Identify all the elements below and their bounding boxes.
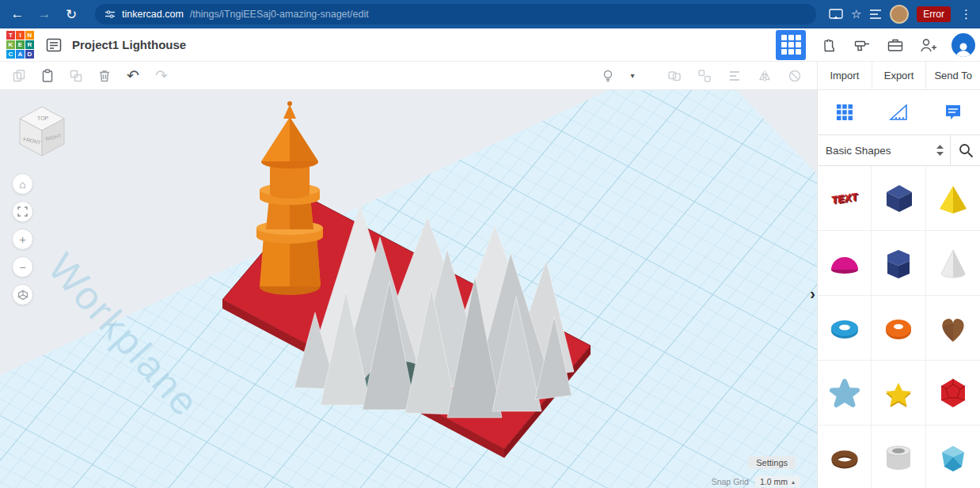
group-button[interactable] [662, 64, 687, 88]
shape-tile-box[interactable] [872, 166, 925, 231]
mirror-button[interactable] [752, 64, 777, 88]
header-actions [776, 30, 980, 60]
browser-action-icons: ☆ Error ⋮ [829, 5, 974, 24]
shape-tile-cone[interactable] [926, 231, 980, 296]
ring-shape-icon [826, 440, 863, 476]
collapse-panel-chevron[interactable]: › [810, 285, 815, 303]
shape-tile-star[interactable] [872, 361, 925, 426]
donut-shape-icon [880, 310, 917, 346]
app-header: T I N K E R C A D Project1 Lighthouse [0, 28, 980, 62]
tab-shapes-grid[interactable] [818, 90, 872, 134]
shape-tile-flat-donut[interactable] [818, 296, 872, 361]
align-button[interactable] [722, 64, 747, 88]
site-settings-icon [104, 9, 116, 20]
shape-tile-dome[interactable] [818, 231, 872, 296]
import-button[interactable]: Import [818, 62, 872, 89]
view-cube[interactable]: TOP FRONT RIGHT [11, 100, 73, 163]
tools-drill-icon[interactable] [852, 35, 872, 55]
ungroup-button[interactable] [692, 64, 717, 88]
apps-grid-icon[interactable] [776, 30, 806, 60]
tinkercad-logo[interactable]: T I N K E R C A D [6, 31, 34, 59]
search-icon [958, 142, 974, 158]
polyhedron-shape-icon [935, 375, 971, 411]
paste-button[interactable] [35, 64, 60, 88]
perspective-toggle-button[interactable] [12, 284, 33, 305]
hint-dropdown-caret-icon[interactable]: ▾ [625, 64, 640, 88]
snap-grid-value: 1.0 mm [760, 477, 788, 486]
select-caret-icon [936, 145, 944, 156]
tab-notes[interactable] [926, 90, 980, 134]
model-lighthouse[interactable] [256, 101, 323, 295]
shape-tile-polyhedron[interactable] [926, 361, 980, 426]
browser-profile-avatar[interactable] [890, 5, 909, 24]
undo-button[interactable]: ↶ [120, 64, 146, 88]
export-button[interactable]: Export [872, 62, 927, 89]
invite-person-icon[interactable] [918, 35, 939, 55]
home-view-button[interactable]: ⌂ [12, 173, 33, 195]
snap-grid-select[interactable]: 1.0 mm ▴ [755, 476, 800, 487]
logo-letter: D [25, 50, 34, 59]
sim-lab-glove-icon[interactable] [819, 35, 839, 55]
zoom-out-button[interactable]: − [12, 256, 33, 278]
reading-list-icon[interactable] [869, 9, 882, 20]
shape-tile-gem[interactable] [926, 426, 980, 488]
shapes-category-select[interactable]: Basic Shapes [818, 135, 951, 165]
browser-toolbar: ← → ↻ tinkercad.com/things/iTngiEESaj0-a… [0, 0, 980, 28]
shape-tile-hex-prism[interactable] [872, 231, 925, 296]
briefcase-icon[interactable] [885, 35, 906, 55]
snap-grid-label: Snap Grid [712, 477, 749, 486]
tab-ruler[interactable] [872, 90, 925, 134]
edit-toolbar: ↶ ↷ ▾ Import [0, 62, 980, 90]
duplicate-button[interactable] [63, 64, 89, 88]
arrange-tools: ▾ [595, 62, 817, 89]
pyramid-shape-icon [935, 180, 971, 217]
cast-icon[interactable] [829, 8, 843, 21]
shape-tile-soft-star[interactable] [818, 361, 872, 426]
heart-shape-icon [935, 310, 971, 346]
fit-view-button[interactable] [12, 201, 33, 222]
tube-shape-icon [880, 440, 917, 476]
notes-icon [944, 103, 963, 122]
forward-icon[interactable]: → [33, 3, 55, 25]
shape-tile-pyramid[interactable] [926, 166, 980, 231]
logo-letter: I [16, 31, 25, 40]
copy-button[interactable] [6, 64, 32, 88]
logo-letter: E [16, 40, 25, 49]
star-shape-icon [880, 375, 917, 411]
logo-letter: A [16, 50, 25, 59]
zoom-in-button[interactable]: + [12, 229, 33, 250]
workplane-hint-icon[interactable] [595, 64, 621, 88]
shapes-category-value: Basic Shapes [826, 145, 891, 157]
3d-scene[interactable]: Workplane [0, 90, 817, 488]
panel-tabs [818, 90, 980, 134]
shape-tile-heart[interactable] [926, 296, 980, 361]
settings-button[interactable]: Settings [748, 456, 796, 469]
refresh-icon[interactable]: ↻ [60, 3, 82, 25]
back-icon[interactable]: ← [6, 3, 28, 25]
redo-button[interactable]: ↷ [149, 64, 174, 88]
shape-tile-text[interactable]: TEXT [818, 166, 872, 231]
cone-shape-icon [935, 245, 971, 282]
design-title[interactable]: Project1 Lighthouse [72, 38, 186, 51]
browser-menu-icon[interactable]: ⋮ [959, 7, 974, 21]
soft-star-shape-icon [826, 375, 863, 411]
tinkercad-editor: ← → ↻ tinkercad.com/things/iTngiEESaj0-a… [0, 0, 980, 488]
send-to-button[interactable]: Send To [926, 62, 980, 89]
user-avatar[interactable] [952, 33, 975, 57]
text-shape-icon: TEXT [831, 191, 857, 206]
design-menu-icon[interactable] [42, 33, 66, 57]
shape-search-button[interactable] [951, 135, 980, 165]
shape-tile-tube[interactable] [872, 426, 925, 488]
url-path: /things/iTngiEESaj0-amazing-snaget/edit [190, 9, 369, 20]
clipboard-tools: ↶ ↷ [0, 62, 174, 89]
delete-button[interactable] [92, 64, 117, 88]
shape-tile-ring[interactable] [818, 426, 872, 488]
shape-tile-donut[interactable] [872, 296, 925, 361]
logo-letter: C [6, 50, 15, 59]
address-bar[interactable]: tinkercad.com/things/iTngiEESaj0-amazing… [95, 4, 816, 25]
viewport[interactable]: Workplane [0, 90, 817, 488]
not-allowed-icon[interactable] [782, 64, 807, 88]
hex-prism-shape-icon [880, 245, 917, 282]
bookmark-star-icon[interactable]: ☆ [851, 7, 861, 21]
error-badge[interactable]: Error [917, 6, 951, 22]
